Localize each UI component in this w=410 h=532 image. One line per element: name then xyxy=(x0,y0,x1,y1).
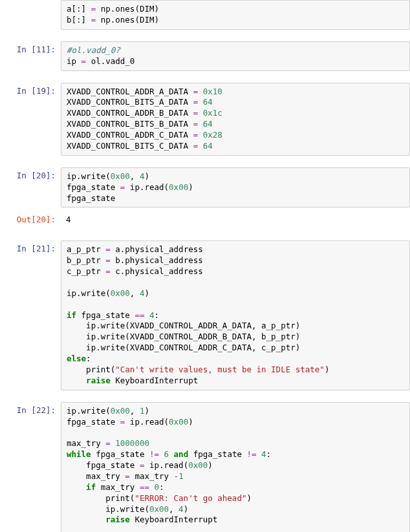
input-prompt: In [11]: xyxy=(0,41,61,58)
code-input[interactable]: a_p_ptr = a.physical_address b_p_ptr = b… xyxy=(61,240,410,390)
code-input[interactable]: XVADD_CONTROL_ADDR_A_DATA = 0x10 XVADD_C… xyxy=(61,83,410,156)
output-prompt: Out[20]: xyxy=(0,211,61,228)
input-prompt: In [22]: xyxy=(0,402,61,419)
code-input[interactable]: a[:] = np.ones(DIM) b[:] = np.ones(DIM) xyxy=(61,0,410,30)
code-cell: In [22]:ip.write(0x00, 1) fpga_state = i… xyxy=(0,402,410,532)
code-cell: In [19]:XVADD_CONTROL_ADDR_A_DATA = 0x10… xyxy=(0,83,410,156)
code-cell: In [20]:ip.write(0x00, 4) fpga_state = i… xyxy=(0,167,410,208)
input-prompt: In [19]: xyxy=(0,83,61,100)
code-cell: In [11]:#ol.vadd_0? ip = ol.vadd_0 xyxy=(0,41,410,71)
output-area: 4 xyxy=(61,211,410,229)
code-cell: In [21]:a_p_ptr = a.physical_address b_p… xyxy=(0,240,410,390)
input-prompt xyxy=(0,0,61,6)
input-prompt: In [20]: xyxy=(0,167,61,184)
code-input[interactable]: #ol.vadd_0? ip = ol.vadd_0 xyxy=(61,41,410,71)
input-prompt: In [21]: xyxy=(0,240,61,257)
code-input[interactable]: ip.write(0x00, 4) fpga_state = ip.read(0… xyxy=(61,167,410,208)
code-input[interactable]: ip.write(0x00, 1) fpga_state = ip.read(0… xyxy=(61,402,410,532)
notebook-container: a[:] = np.ones(DIM) b[:] = np.ones(DIM)I… xyxy=(0,0,410,532)
output-cell: Out[20]:4 xyxy=(0,211,410,229)
code-cell: a[:] = np.ones(DIM) b[:] = np.ones(DIM) xyxy=(0,0,410,30)
